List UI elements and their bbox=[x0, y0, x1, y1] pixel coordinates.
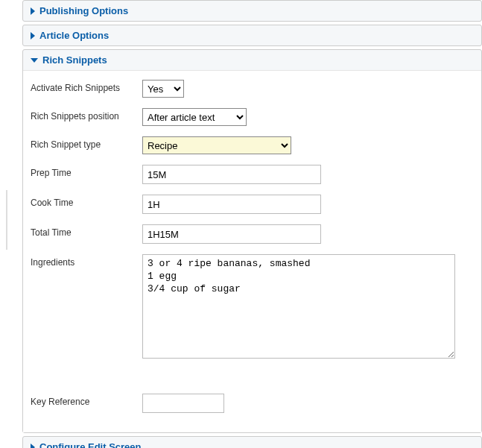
select-activate[interactable]: Yes bbox=[142, 80, 184, 98]
chevron-right-icon bbox=[31, 32, 35, 40]
panel-title: Configure Edit Screen bbox=[39, 441, 142, 448]
input-prep-time[interactable] bbox=[142, 165, 321, 184]
panel-title: Article Options bbox=[39, 30, 109, 41]
textarea-ingredients[interactable] bbox=[142, 254, 455, 359]
label-position: Rich Snippets position bbox=[31, 108, 142, 122]
label-prep-time: Prep Time bbox=[31, 165, 142, 178]
select-position[interactable]: After article text bbox=[142, 108, 247, 126]
row-prep-time: Prep Time bbox=[31, 165, 474, 184]
panel-title: Rich Snippets bbox=[42, 54, 107, 66]
input-key-reference[interactable] bbox=[142, 394, 224, 413]
panel-configure-edit-screen[interactable]: Configure Edit Screen bbox=[22, 436, 482, 448]
panel-body: Activate Rich Snippets Yes Rich Snippets… bbox=[23, 70, 481, 432]
panel-article-options[interactable]: Article Options bbox=[22, 25, 482, 46]
row-activate: Activate Rich Snippets Yes bbox=[31, 80, 474, 98]
input-total-time[interactable] bbox=[142, 224, 321, 244]
label-activate: Activate Rich Snippets bbox=[31, 80, 142, 93]
chevron-down-icon bbox=[31, 58, 38, 63]
panel-rich-snippets-header[interactable]: Rich Snippets bbox=[23, 50, 481, 70]
label-cook-time: Cook Time bbox=[31, 195, 142, 208]
select-type[interactable]: Recipe bbox=[142, 136, 291, 154]
chevron-right-icon bbox=[31, 444, 35, 449]
panel-title: Publishing Options bbox=[39, 5, 128, 16]
panel-publishing-options[interactable]: Publishing Options bbox=[22, 0, 482, 22]
row-position: Rich Snippets position After article tex… bbox=[31, 108, 474, 126]
row-type: Rich Snippet type Recipe bbox=[31, 136, 474, 154]
label-ingredients: Ingredients bbox=[31, 254, 142, 268]
label-key-reference: Key Reference bbox=[31, 394, 142, 407]
row-total-time: Total Time bbox=[31, 224, 474, 244]
row-cook-time: Cook Time bbox=[31, 195, 474, 214]
chevron-right-icon bbox=[31, 7, 35, 15]
left-rule bbox=[6, 190, 7, 250]
panel-rich-snippets: Rich Snippets Activate Rich Snippets Yes… bbox=[22, 49, 482, 433]
row-ingredients: Ingredients bbox=[31, 254, 474, 361]
label-type: Rich Snippet type bbox=[31, 136, 142, 150]
row-key-reference: Key Reference bbox=[31, 394, 474, 413]
label-total-time: Total Time bbox=[31, 224, 142, 238]
input-cook-time[interactable] bbox=[142, 195, 321, 214]
